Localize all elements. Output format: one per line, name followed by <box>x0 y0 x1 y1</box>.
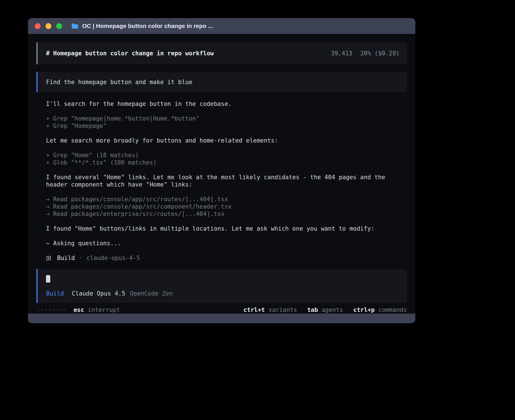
tool-call-text: Glob "**/*.tsx" (100 matches) <box>53 159 157 166</box>
hint-label: interrupt <box>88 306 120 314</box>
conversation: I'll search for the homepage button in t… <box>36 92 407 262</box>
right-hints: ctrl+t variants tab agents ctrl+p comman… <box>243 306 407 314</box>
status-message: ~ Asking questions... <box>46 240 404 247</box>
tool-call-line: ∗ Grep "Homepage" <box>46 122 404 130</box>
tool-call-text: Grep "Homepage" <box>53 122 107 130</box>
prompt-input[interactable]: Build Claude Opus 4.5 OpenCode Zen <box>36 269 407 303</box>
hint-label: agents <box>322 306 343 314</box>
session-title: # Homepage button color change in repo w… <box>46 50 214 57</box>
text-cursor <box>46 275 50 283</box>
hint-label: commands <box>378 306 407 314</box>
tool-call-group: ∗ Grep "Home" (18 matches) ∗ Glob "**/*.… <box>46 152 404 166</box>
zoom-button[interactable] <box>56 23 62 29</box>
minimize-button[interactable] <box>45 23 51 29</box>
hint-key: ctrl+t <box>243 306 265 314</box>
asterisk-icon: ∗ <box>46 122 53 130</box>
asterisk-icon: ∗ <box>46 152 53 159</box>
tool-call-line: ∗ Grep "Home" (18 matches) <box>46 152 404 159</box>
tool-call-text: Grep "homepage|home.*button|Home.*button… <box>53 115 199 122</box>
hint-esc-interrupt: esc interrupt <box>73 306 120 314</box>
hint-key: esc <box>73 306 84 314</box>
window-controls <box>35 23 62 29</box>
terminal-screen: # Homepage button color change in repo w… <box>28 34 415 314</box>
hint-key: ctrl+p <box>353 306 375 314</box>
window-title: OC | Homepage button color change in rep… <box>82 23 213 29</box>
arrow-right-icon: → <box>46 196 53 203</box>
tool-call-group: ∗ Grep "homepage|home.*button|Home.*butt… <box>46 115 404 130</box>
assistant-message: Let me search more broadly for buttons a… <box>46 137 404 144</box>
arrow-right-icon: → <box>46 210 53 218</box>
tool-call-line: ∗ Grep "homepage|home.*button|Home.*butt… <box>46 115 404 122</box>
hint-tab-agents: tab agents <box>307 306 343 314</box>
session-meta: 39,413 20% ($0.29) <box>331 50 400 57</box>
tool-call-text: Read packages/console/app/src/routes/[..… <box>53 196 228 203</box>
input-meta: Build Claude Opus 4.5 OpenCode Zen <box>46 290 407 297</box>
tool-call-line: → Read packages/enterprise/src/routes/[.… <box>46 210 404 218</box>
tool-call-text: Read packages/enterprise/src/routes/[...… <box>53 210 224 218</box>
input-mode-label: Build <box>46 290 64 297</box>
assistant-message: I found several "Home" links. Let me loo… <box>46 174 404 188</box>
tool-call-text: Read packages/console/app/src/component/… <box>53 203 232 210</box>
close-button[interactable] <box>35 23 41 29</box>
agent-model: claude-opus-4-5 <box>86 254 140 262</box>
tool-call-line: → Read packages/console/app/src/componen… <box>46 203 404 210</box>
token-count: 39,413 <box>331 50 352 57</box>
terminal-window: OC | Homepage button color change in rep… <box>28 18 415 323</box>
agent-status-row: Build · claude-opus-4-5 <box>46 254 404 262</box>
session-header: # Homepage button color change in repo w… <box>36 42 407 64</box>
status-bar: ········ esc interrupt ctrl+t variants t… <box>36 306 407 314</box>
tool-call-line: ∗ Glob "**/*.tsx" (100 matches) <box>46 159 404 166</box>
folder-icon <box>71 22 79 30</box>
input-model-label: Claude Opus 4.5 <box>72 290 125 297</box>
agent-name: Build <box>57 254 75 262</box>
assistant-message: I found "Home" buttons/links in multiple… <box>46 225 404 232</box>
input-provider-label: OpenCode Zen <box>130 290 173 297</box>
user-message: Find the homepage button and make it blu… <box>36 72 407 92</box>
asterisk-icon: ∗ <box>46 115 53 122</box>
tool-call-group: → Read packages/console/app/src/routes/[… <box>46 196 404 218</box>
hint-label: variants <box>269 306 297 314</box>
window-titlebar[interactable]: OC | Homepage button color change in rep… <box>28 18 415 34</box>
hint-ctrl-t-variants: ctrl+t variants <box>243 306 297 314</box>
asterisk-icon: ∗ <box>46 159 53 166</box>
tool-call-line: → Read packages/console/app/src/routes/[… <box>46 196 404 203</box>
spinner-dots-icon: ········ <box>36 306 67 314</box>
context-usage: 20% ($0.29) <box>360 50 400 57</box>
dot-separator: · <box>79 254 82 262</box>
arrow-right-icon: → <box>46 203 53 210</box>
user-message-text: Find the homepage button and make it blu… <box>46 78 192 86</box>
assistant-message: I'll search for the homepage button in t… <box>46 100 404 108</box>
agent-icon <box>47 256 51 260</box>
hint-key: tab <box>307 306 318 314</box>
hint-ctrl-p-commands: ctrl+p commands <box>353 306 407 314</box>
tool-call-text: Grep "Home" (18 matches) <box>53 152 139 159</box>
